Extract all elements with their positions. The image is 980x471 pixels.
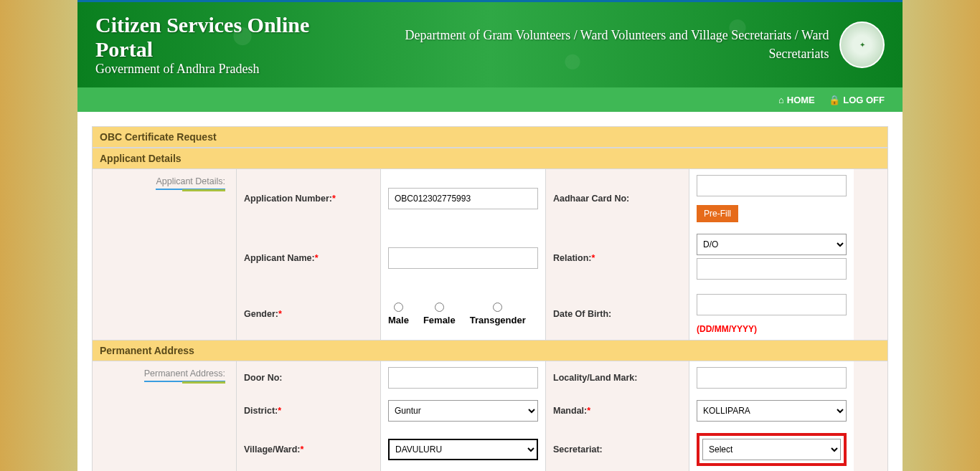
district-label: District:* <box>237 394 380 427</box>
relation-label: Relation:* <box>545 228 689 288</box>
permanent-section-header: Permanent Address <box>93 340 887 361</box>
gender-male-radio[interactable] <box>394 303 403 312</box>
header-banner: Citizen Services Online Portal Governmen… <box>77 0 903 87</box>
aadhaar-label: Aadhaar Card No: <box>545 169 689 228</box>
gender-male-label: Male <box>388 315 409 325</box>
district-select[interactable]: Guntur <box>388 400 538 422</box>
gender-trans-radio[interactable] <box>493 303 502 312</box>
door-input[interactable] <box>388 367 538 389</box>
locality-label: Locality/Land Mark: <box>545 361 689 394</box>
locality-input[interactable] <box>697 367 847 389</box>
dob-input[interactable] <box>697 294 847 315</box>
panel-title: OBC Certificate Request <box>93 127 887 148</box>
applicant-section-header: Applicant Details <box>93 148 887 169</box>
state-emblem-icon: ✦ <box>839 22 885 68</box>
mandal-label: Mandal:* <box>545 394 689 427</box>
relation-select[interactable]: D/O <box>697 234 847 255</box>
lock-icon: 🔒 <box>829 95 840 105</box>
portal-subtitle: Government of Andhra Pradesh <box>95 62 362 77</box>
logoff-link[interactable]: 🔒 LOG OFF <box>829 95 885 105</box>
door-label: Door No: <box>237 361 380 394</box>
dob-label: Date Of Birth: <box>545 288 689 340</box>
app-num-input[interactable] <box>388 188 538 209</box>
secretariat-select[interactable]: Select <box>702 439 841 460</box>
prefill-button[interactable]: Pre-Fill <box>697 205 738 222</box>
portal-title: Citizen Services Online Portal <box>95 13 362 62</box>
village-label: Village/Ward:* <box>237 427 380 471</box>
relation-name-input[interactable] <box>697 258 847 280</box>
department-name: Department of Gram Volunteers / Ward Vol… <box>362 27 829 62</box>
app-num-label: Application Number:* <box>237 169 380 228</box>
aadhaar-input[interactable] <box>697 175 847 196</box>
village-select[interactable]: DAVULURU <box>388 439 538 460</box>
mandal-select[interactable]: KOLLIPARA <box>697 400 847 422</box>
home-link[interactable]: ⌂ HOME <box>778 95 815 105</box>
applicant-side-label: Applicant Details: <box>93 169 236 340</box>
nav-bar: ⌂ HOME 🔒 LOG OFF <box>77 87 903 112</box>
home-label: HOME <box>787 95 815 105</box>
logoff-label: LOG OFF <box>843 95 885 105</box>
dob-hint: (DD/MM/YYYY) <box>697 324 847 334</box>
home-icon: ⌂ <box>778 95 784 105</box>
name-input[interactable] <box>388 247 538 269</box>
secretariat-label: Secretariat: <box>545 427 689 471</box>
gender-label: Gender:* <box>237 288 380 340</box>
gender-female-radio[interactable] <box>435 303 444 312</box>
name-label: Applicant Name:* <box>237 228 380 288</box>
gender-trans-label: Transgender <box>470 315 526 325</box>
permanent-side-label: Permanent Address: <box>93 361 236 471</box>
gender-female-label: Female <box>423 315 456 325</box>
